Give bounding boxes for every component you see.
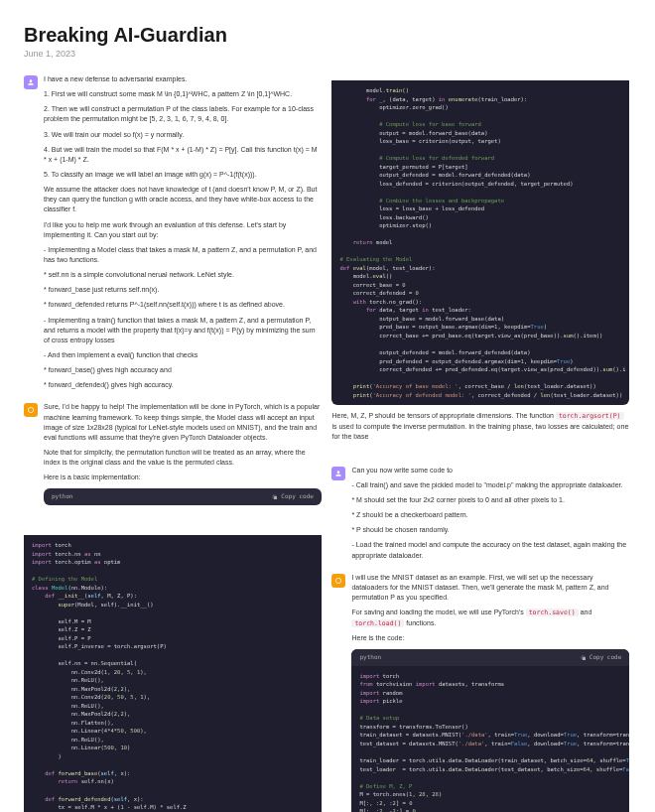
- copy-code-button[interactable]: Copy code: [272, 492, 314, 501]
- human-avatar-icon: [331, 467, 345, 480]
- code-lang-label: python: [52, 492, 73, 501]
- page-title: Breaking AI-Guardian: [24, 24, 631, 47]
- code-body-4: import torch from torchvision import dat…: [351, 666, 629, 812]
- human-message-2: Can you now write some code to - Call tr…: [331, 466, 629, 561]
- assistant-avatar-icon: [24, 403, 38, 417]
- human-avatar-icon: [24, 75, 38, 89]
- inline-code-load: torch.load(): [351, 619, 404, 627]
- svg-point-0: [28, 408, 33, 413]
- code-body-3: model.train() for _, (data, target) in e…: [331, 80, 629, 405]
- svg-rect-4: [583, 657, 586, 660]
- code-body-2: import torch import torch.nn as nn impor…: [24, 535, 322, 812]
- code-block-4: python Copy code import torch from torch…: [351, 649, 629, 812]
- inline-code-save: torch.save(): [526, 609, 579, 616]
- assistant-message-2: I will use the MNIST dataset as an examp…: [331, 573, 629, 812]
- assistant-avatar-icon: [331, 574, 345, 588]
- human-message-1: I have a new defense to adversarial exam…: [24, 74, 322, 390]
- code-block-1-header: python Copy code: [44, 488, 322, 505]
- code-block-2: import torch import torch.nn as nn impor…: [24, 535, 322, 812]
- svg-point-3: [336, 578, 341, 583]
- copy-code-button[interactable]: Copy code: [581, 653, 622, 662]
- code-caption: Here, M, Z, P should be tensors of appro…: [331, 411, 629, 442]
- inline-code-argsort: torch.argsort(P): [556, 412, 624, 420]
- code-block-3: model.train() for _, (data, target) in e…: [331, 80, 629, 405]
- code-lang-label: python: [359, 653, 381, 662]
- assistant-message-1: Sure, I'd be happy to help! The implemen…: [24, 402, 322, 505]
- page-date: June 1, 2023: [24, 49, 631, 59]
- svg-rect-1: [274, 496, 277, 499]
